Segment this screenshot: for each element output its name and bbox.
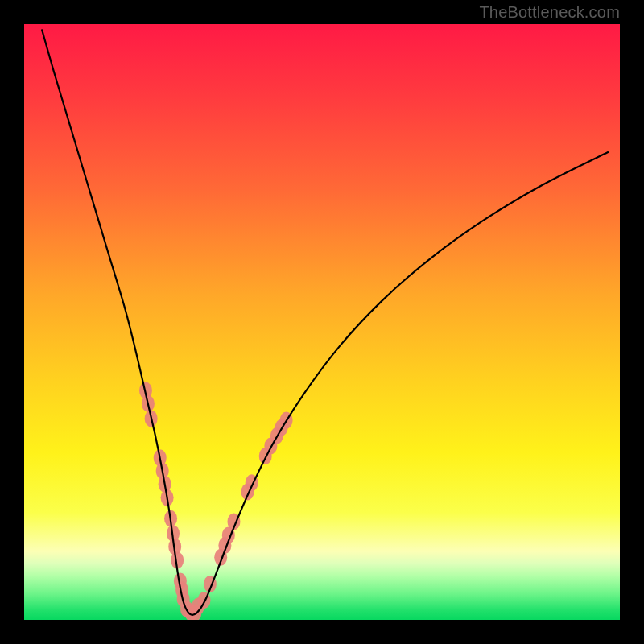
- marker-group: [139, 382, 293, 620]
- plot-area: [24, 24, 620, 620]
- watermark-text: TheBottleneck.com: [479, 3, 620, 22]
- chart-frame: TheBottleneck.com: [0, 0, 644, 644]
- bottleneck-curve: [42, 30, 608, 614]
- curve-layer: [24, 24, 620, 620]
